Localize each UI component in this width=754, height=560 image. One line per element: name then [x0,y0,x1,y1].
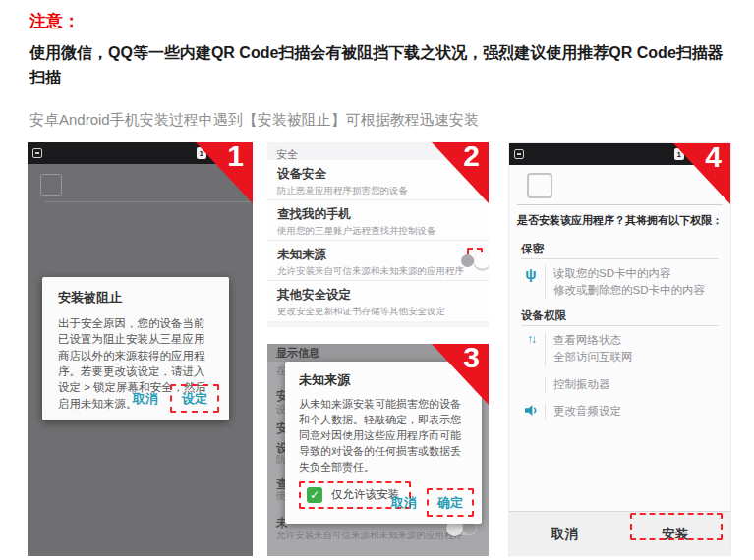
notice-body: 使用微信，QQ等一些内建QR Code扫描会有被阻挡下载之状况，强烈建议使用推荐… [29,41,732,90]
item-subtitle: 更改安全更新和证书存储等其他安全设定 [277,306,479,318]
dimmed-header-label: 显示信息 [276,346,319,361]
settings-item-other-security[interactable]: 其他安全设定 更改安全更新和证书存储等其他安全设定 [267,281,489,321]
highlight-box: 确定 [427,488,474,517]
vibration-icon [521,376,541,393]
network-arrows-icon: ↑↓ [521,332,541,366]
highlight-box [467,248,483,259]
divider [517,204,723,205]
settings-button[interactable]: 设定 [182,391,207,406]
dimmed-subtitle: 允许安装来自可信来源和未知来源的应用程序 [276,530,463,542]
checkbox-label: 仅允许该安装 [331,487,399,502]
step-badge: 4 [673,143,730,204]
settings-item-find-my-phone[interactable]: 查找我的手机 使用您的三星账户远程查找并控制设备 [267,200,489,241]
step-number: 2 [463,142,480,173]
cancel-button[interactable]: 取消 [509,526,620,543]
permission-row-network: ↑↓ 查看网络状态 全部访问互联网 [521,332,633,366]
tutorial-page: 注意： 使用微信，QQ等一些内建QR Code扫描会有被阻挡下载之状况，强烈建议… [0,0,754,560]
tutorial-subtitle: 安卓Android手机安装过程中遇到【安装被阻止】可根据教程迅速安装 [29,111,479,130]
settings-item-unknown-sources[interactable]: 未知来源 允许安装来自可信来源和未知来源的应用程序 [267,241,489,281]
toggle-knob [474,252,489,269]
permission-row-storage: ψ 读取您的SD卡中的内容 修改或删除您的SD卡中的内容 [521,265,705,300]
item-title: 查找我的手机 [277,206,479,223]
app-icon-placeholder [527,173,552,198]
screenshot-install-blocked: 1 4G 7:4 安装被阻止 出于安全原因，您的设备当前已设置为阻止安装从三星应… [28,142,253,556]
divider [521,325,719,326]
divider [521,258,719,259]
permission-line: 更改音频设定 [553,403,621,420]
item-subtitle: 允许安装来自可信来源和未知来源的应用程序 [277,265,479,278]
dialog-title: 安装被阻止 [58,289,213,307]
item-subtitle: 防止恶意应用程序损害您的设备 [277,185,479,197]
screenshot-install-permissions: 1 4G 7:4 是否安装该应用程序？其将拥有以下权限： 保密 ψ 读取您的SD… [508,142,731,556]
permission-line: 读取您的SD卡中的内容 [553,265,705,282]
section-header-privacy: 保密 [521,242,544,256]
screenshot-security-settings: 安全 设备安全 防止恶意应用程序损害您的设备 查找我的手机 使用您的三星账户远程… [267,142,489,327]
app-icon-placeholder [40,174,62,196]
permission-row-audio: 更改音频设定 [521,403,621,420]
item-title: 设备安全 [277,166,479,183]
notice-title: 注意： [29,10,80,32]
install-question: 是否安装该应用程序？其将拥有以下权限： [517,213,723,228]
usb-icon: ψ [521,265,541,300]
settings-list: 设备安全 防止恶意应用程序损害您的设备 查找我的手机 使用您的三星账户远程查找并… [267,160,489,321]
divider [45,201,250,202]
allow-once-checkbox[interactable]: ✓ [307,487,322,503]
permission-line: 控制振动器 [553,376,610,393]
permission-row-vibration: 控制振动器 [521,376,610,393]
permission-line: 修改或删除您的SD卡中的内容 [553,282,705,299]
screenshot-icon [514,149,524,159]
step-number: 3 [463,344,480,374]
screenshot-icon [32,148,42,158]
install-blocked-dialog: 安装被阻止 出于安全原因，您的设备当前已设置为阻止安装从三星应用商店以外的来源获… [42,277,229,420]
confirm-button[interactable]: 确定 [437,495,463,510]
unknown-sources-dialog: 未知来源 从未知来源安装可能损害您的设备和个人数据。轻敲确定，即表示您同意对因使… [285,362,482,524]
dialog-title: 未知来源 [299,371,468,389]
highlight-box: 设定 [170,384,219,413]
item-subtitle: 使用您的三星账户远程查找并控制设备 [277,225,479,238]
section-header-device-perms: 设备权限 [521,308,566,323]
permission-line: 查看网络状态 [553,332,633,349]
step-number: 1 [227,142,244,173]
cancel-button[interactable]: 取消 [133,390,158,408]
dialog-body: 从未知来源安装可能损害您的设备和个人数据。轻敲确定，即表示您同意对因使用这些应用… [299,397,468,476]
permission-line: 全部访问互联网 [553,349,633,365]
speaker-icon [521,403,541,420]
step-number: 4 [705,142,722,174]
screenshot-unknown-sources-dialog: 显示信息 在 安 设 安 设 防 查 使 未 允许安装来自可信来源和未知来源的应… [267,344,489,556]
item-title: 未知来源 [277,247,479,263]
install-button[interactable]: 安装 [620,526,731,543]
bottom-button-bar: 取消 安装 [509,511,730,556]
item-title: 其他安全设定 [277,287,479,304]
cancel-button[interactable]: 取消 [391,494,417,512]
